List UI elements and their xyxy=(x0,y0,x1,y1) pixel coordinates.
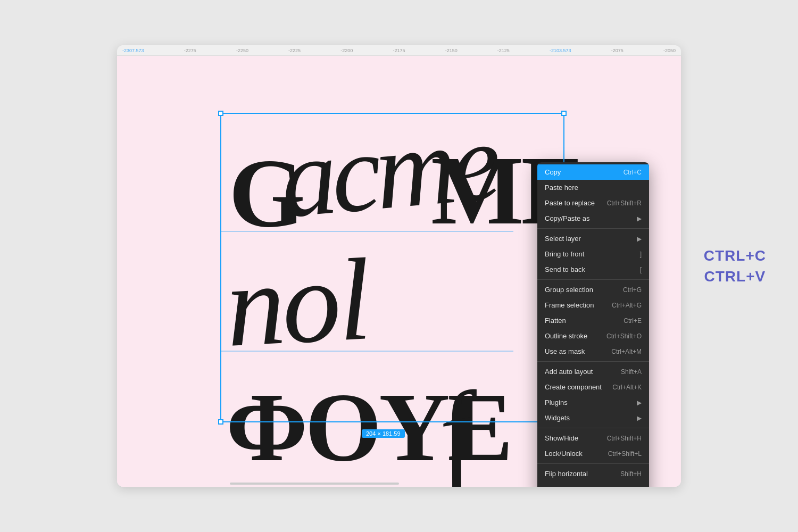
ruler-val-7: -2125 xyxy=(497,48,510,53)
ruler-val-8: -2103.573 xyxy=(550,48,571,53)
ruler-val-10: -2050 xyxy=(663,48,676,53)
menu-item-shortcut: Ctrl+G xyxy=(623,286,642,294)
ruler-top: -2307.573 -2275 -2250 -2225 -2200 -2175 … xyxy=(117,45,681,56)
menu-item-flip-vertical[interactable]: Flip verticalShift+V xyxy=(537,481,649,487)
menu-item-label: Select layer xyxy=(545,235,581,243)
menu-item-outline-stroke[interactable]: Outline strokeCtrl+Shift+O xyxy=(537,328,649,344)
menu-item-show-hide[interactable]: Show/HideCtrl+Shift+H xyxy=(537,430,649,446)
menu-item-shortcut: Ctrl+E xyxy=(624,317,642,325)
menu-item-label: Copy/Paste as xyxy=(545,214,590,222)
menu-item-copy[interactable]: CopyCtrl+C xyxy=(537,164,649,180)
menu-item-label: Group selection xyxy=(545,286,593,294)
menu-item-shortcut: [ xyxy=(640,266,642,273)
menu-item-shortcut: Ctrl+C xyxy=(624,169,642,176)
menu-divider xyxy=(537,428,649,428)
menu-divider xyxy=(537,228,649,229)
menu-item-shortcut: Shift+H xyxy=(620,470,642,478)
canvas-area: -2307.573 -2275 -2250 -2225 -2200 -2175 … xyxy=(117,45,681,487)
menu-item-select-layer[interactable]: Select layer▶ xyxy=(537,231,649,246)
menu-item-shortcut: Shift+A xyxy=(621,368,642,376)
menu-item-shortcut: ] xyxy=(640,251,642,258)
ruler-val-3: -2225 xyxy=(288,48,301,53)
ruler-numbers: -2307.573 -2275 -2250 -2225 -2200 -2175 … xyxy=(122,48,676,53)
menu-item-label: Outline stroke xyxy=(545,332,587,340)
menu-item-send-to-back[interactable]: Send to back[ xyxy=(537,262,649,277)
svg-rect-12 xyxy=(219,420,223,424)
menu-item-label: Copy xyxy=(545,168,561,176)
menu-item-label: Paste here xyxy=(545,184,578,192)
keyboard-hint: CTRL+C CTRL+V xyxy=(704,245,766,287)
menu-item-label: Add auto layout xyxy=(545,368,593,376)
menu-item-arrow: ▶ xyxy=(637,235,642,243)
menu-item-shortcut: Shift+V xyxy=(621,486,642,487)
keyboard-hint-line2: CTRL+V xyxy=(704,266,766,287)
menu-item-bring-to-front[interactable]: Bring to front] xyxy=(537,246,649,262)
menu-item-paste-to-replace[interactable]: Paste to replaceCtrl+Shift+R xyxy=(537,195,649,211)
menu-item-flip-horizontal[interactable]: Flip horizontalShift+H xyxy=(537,466,649,481)
menu-item-group-selection[interactable]: Group selectionCtrl+G xyxy=(537,282,649,297)
menu-item-label: Flatten xyxy=(545,317,566,325)
menu-item-shortcut: Ctrl+Alt+G xyxy=(612,302,642,309)
menu-item-plugins[interactable]: Plugins▶ xyxy=(537,395,649,410)
menu-item-frame-selection[interactable]: Frame selectionCtrl+Alt+G xyxy=(537,297,649,313)
ruler-val-1: -2275 xyxy=(184,48,196,53)
menu-item-label: Bring to front xyxy=(545,250,584,258)
ruler-val-6: -2150 xyxy=(445,48,458,53)
ruler-val-4: -2200 xyxy=(340,48,353,53)
menu-item-label: Plugins xyxy=(545,398,568,406)
menu-item-label: Create component xyxy=(545,383,602,391)
menu-item-arrow: ▶ xyxy=(637,414,642,422)
menu-item-shortcut: Ctrl+Alt+M xyxy=(611,348,642,355)
menu-item-label: Flip horizontal xyxy=(545,470,588,478)
menu-divider xyxy=(537,279,649,280)
svg-text:nol: nol xyxy=(223,234,371,371)
scrollbar-bottom[interactable] xyxy=(230,483,399,485)
keyboard-hint-line1: CTRL+C xyxy=(704,245,766,266)
menu-item-label: Use as mask xyxy=(545,347,585,355)
context-menu[interactable]: CopyCtrl+CPaste herePaste to replaceCtrl… xyxy=(537,162,649,487)
size-badge: 204 × 181.59 xyxy=(362,429,405,438)
canvas-content: G acme ME nol ΦOYE f xyxy=(117,56,681,487)
menu-item-label: Frame selection xyxy=(545,301,594,309)
ruler-val-9: -2075 xyxy=(611,48,624,53)
menu-item-create-component[interactable]: Create componentCtrl+Alt+K xyxy=(537,379,649,395)
menu-item-label: Flip vertical xyxy=(545,485,580,487)
menu-item-widgets[interactable]: Widgets▶ xyxy=(537,410,649,426)
svg-rect-10 xyxy=(219,111,223,115)
menu-item-label: Send to back xyxy=(545,265,585,273)
menu-item-label: Paste to replace xyxy=(545,199,595,207)
menu-item-copy-paste-as[interactable]: Copy/Paste as▶ xyxy=(537,211,649,226)
menu-item-paste-here[interactable]: Paste here xyxy=(537,180,649,195)
svg-rect-11 xyxy=(562,111,566,115)
menu-divider xyxy=(537,361,649,362)
menu-item-arrow: ▶ xyxy=(637,399,642,406)
menu-item-shortcut: Ctrl+Shift+O xyxy=(606,332,642,340)
menu-item-shortcut: Ctrl+Alt+K xyxy=(612,384,642,391)
ruler-val-0: -2307.573 xyxy=(122,48,144,53)
menu-item-label: Show/Hide xyxy=(545,434,578,442)
menu-item-label: Lock/Unlock xyxy=(545,450,583,458)
menu-item-flatten[interactable]: FlattenCtrl+E xyxy=(537,313,649,328)
menu-item-shortcut: Ctrl+Shift+R xyxy=(607,200,642,207)
menu-item-lock-unlock[interactable]: Lock/UnlockCtrl+Shift+L xyxy=(537,446,649,461)
menu-item-shortcut: Ctrl+Shift+L xyxy=(608,450,642,458)
ruler-val-5: -2175 xyxy=(393,48,405,53)
menu-item-add-auto-layout[interactable]: Add auto layoutShift+A xyxy=(537,364,649,379)
menu-item-shortcut: Ctrl+Shift+H xyxy=(607,435,642,442)
menu-item-arrow: ▶ xyxy=(637,215,642,222)
menu-divider xyxy=(537,463,649,464)
menu-item-label: Widgets xyxy=(545,414,570,422)
ruler-val-2: -2250 xyxy=(236,48,248,53)
main-container: -2307.573 -2275 -2250 -2225 -2200 -2175 … xyxy=(0,0,798,532)
menu-item-use-as-mask[interactable]: Use as maskCtrl+Alt+M xyxy=(537,344,649,359)
